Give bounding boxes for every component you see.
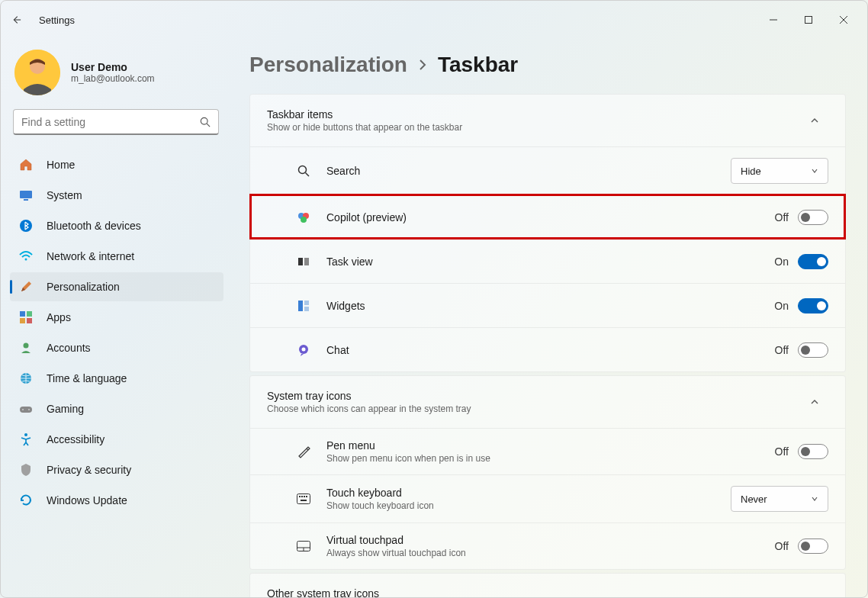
svg-point-11: [25, 259, 27, 261]
touchpad-icon: [296, 539, 311, 554]
nav-list: Home System Bluetooth & devices Network …: [10, 150, 223, 515]
svg-point-6: [201, 117, 207, 124]
widgets-toggle[interactable]: [798, 298, 828, 313]
row-virtual-touchpad: Virtual touchpad Always show virtual tou…: [250, 522, 845, 569]
chevron-up-icon[interactable]: [801, 107, 828, 134]
svg-point-20: [28, 409, 30, 410]
other-tray-header[interactable]: Other system tray icons Show or hide add…: [250, 574, 845, 597]
sidebar-item-apps[interactable]: Apps: [10, 303, 223, 332]
titlebar: Settings: [1, 1, 867, 39]
row-label: Pen menu: [326, 439, 775, 452]
svg-point-16: [24, 343, 29, 349]
system-tray-header[interactable]: System tray icons Choose which icons can…: [250, 376, 845, 428]
sidebar-item-accounts[interactable]: Accounts: [10, 333, 223, 362]
sidebar-item-bluetooth[interactable]: Bluetooth & devices: [10, 211, 223, 240]
svg-point-19: [22, 409, 24, 410]
widgets-icon: [296, 298, 311, 313]
sidebar-item-label: Network & internet: [47, 250, 134, 262]
sidebar-item-label: Bluetooth & devices: [47, 220, 141, 232]
svg-rect-29: [298, 301, 303, 311]
chevron-right-icon: [418, 58, 427, 72]
svg-rect-34: [297, 494, 310, 504]
taskbar-items-header[interactable]: Taskbar items Show or hide buttons that …: [250, 95, 845, 146]
sidebar-item-privacy[interactable]: Privacy & security: [10, 455, 223, 484]
svg-rect-38: [306, 496, 307, 497]
close-button[interactable]: [826, 8, 861, 31]
search-dropdown[interactable]: Hide: [731, 158, 828, 184]
toggle-state: Off: [775, 344, 789, 356]
svg-rect-12: [20, 311, 25, 317]
sidebar-item-accessibility[interactable]: Accessibility: [10, 425, 223, 454]
svg-point-33: [302, 347, 306, 351]
gamepad-icon: [19, 402, 33, 416]
svg-rect-37: [304, 496, 305, 497]
svg-rect-14: [20, 318, 25, 323]
taskview-icon: [296, 254, 311, 269]
svg-rect-8: [20, 191, 32, 198]
system-icon: [19, 188, 33, 202]
search-icon: [200, 117, 211, 127]
row-sublabel: Show pen menu icon when pen is in use: [326, 453, 775, 464]
search-input[interactable]: [21, 116, 200, 128]
content-area: User Demo m_lab@outlook.com Home System: [1, 39, 867, 597]
search-box[interactable]: [13, 109, 219, 135]
back-button[interactable]: [7, 11, 25, 29]
chevron-down-icon[interactable]: [801, 586, 828, 597]
svg-point-22: [299, 166, 307, 174]
taskview-toggle[interactable]: [798, 254, 828, 269]
sidebar-item-home[interactable]: Home: [10, 150, 223, 179]
sidebar-item-label: Personalization: [47, 281, 120, 293]
sidebar-item-network[interactable]: Network & internet: [10, 242, 223, 271]
copilot-toggle[interactable]: [798, 210, 828, 225]
touch-keyboard-dropdown[interactable]: Never: [731, 486, 828, 512]
svg-rect-9: [24, 199, 28, 201]
sidebar-item-label: System: [47, 189, 82, 201]
svg-rect-27: [298, 258, 303, 265]
sidebar-item-label: Windows Update: [47, 494, 127, 506]
touchpad-toggle[interactable]: [798, 539, 828, 554]
section-title: Other system tray icons: [267, 587, 801, 597]
minimize-button[interactable]: [756, 8, 791, 31]
pen-icon: [296, 444, 311, 459]
wifi-icon: [19, 249, 33, 263]
svg-rect-18: [20, 407, 32, 413]
row-label: Search: [326, 165, 731, 177]
globe-icon: [19, 371, 33, 385]
sidebar-item-label: Home: [47, 159, 75, 171]
copilot-icon: [296, 210, 311, 225]
svg-line-7: [207, 124, 210, 127]
svg-point-21: [24, 433, 27, 436]
sidebar-item-gaming[interactable]: Gaming: [10, 394, 223, 423]
breadcrumb: Personalization Taskbar: [249, 53, 846, 77]
breadcrumb-parent[interactable]: Personalization: [249, 53, 407, 77]
svg-rect-30: [304, 301, 309, 305]
maximize-button[interactable]: [791, 8, 826, 31]
svg-rect-39: [301, 500, 307, 501]
sidebar-item-label: Privacy & security: [47, 464, 131, 476]
svg-rect-1: [805, 17, 812, 24]
profile-block[interactable]: User Demo m_lab@outlook.com: [10, 45, 223, 109]
sidebar: User Demo m_lab@outlook.com Home System: [1, 39, 230, 597]
row-label: Touch keyboard: [326, 487, 731, 499]
svg-rect-13: [27, 311, 32, 317]
toggle-state: On: [774, 300, 789, 312]
breadcrumb-current: Taskbar: [438, 53, 518, 77]
apps-icon: [19, 310, 33, 324]
pen-toggle[interactable]: [798, 444, 828, 459]
chevron-up-icon[interactable]: [801, 388, 828, 416]
sidebar-item-personalization[interactable]: Personalization: [10, 272, 223, 301]
svg-rect-36: [301, 496, 303, 497]
svg-rect-31: [304, 307, 309, 311]
section-subtitle: Choose which icons can appear in the sys…: [267, 403, 801, 414]
sidebar-item-update[interactable]: Windows Update: [10, 486, 223, 515]
sidebar-item-system[interactable]: System: [10, 181, 223, 210]
person-icon: [19, 341, 33, 355]
profile-name: User Demo: [71, 61, 155, 73]
sidebar-item-time[interactable]: Time & language: [10, 364, 223, 393]
other-tray-card: Other system tray icons Show or hide add…: [249, 573, 846, 597]
row-label: Virtual touchpad: [326, 534, 775, 546]
system-tray-card: System tray icons Choose which icons can…: [249, 375, 846, 570]
bluetooth-icon: [19, 219, 33, 233]
dropdown-value: Never: [741, 494, 767, 505]
chat-toggle[interactable]: [798, 342, 828, 358]
